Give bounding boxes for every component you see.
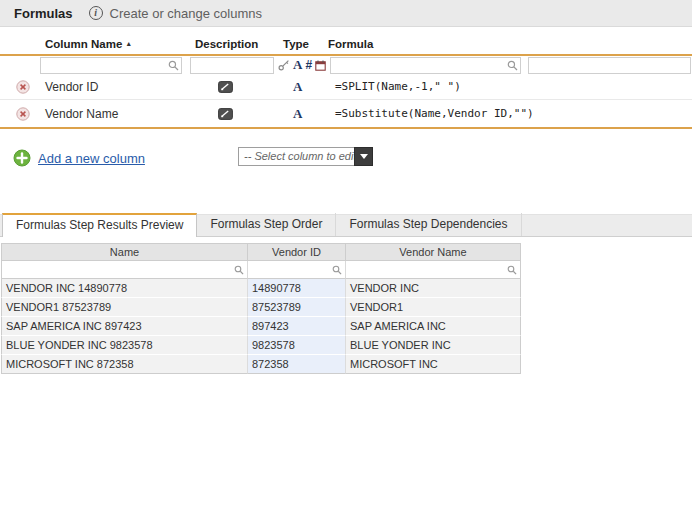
preview-filter-vendor-id	[248, 261, 346, 279]
preview-filter-vendor-id-input[interactable]	[248, 263, 332, 277]
formulas-panel: Formulas i Create or change columns Colu…	[0, 0, 692, 527]
table-cell: VENDOR INC 14890778	[1, 279, 248, 298]
header-bar: Formulas i Create or change columns	[0, 0, 692, 27]
table-cell: 9823578	[248, 336, 346, 355]
search-icon	[332, 265, 342, 275]
table-cell: SAP AMERICA INC	[346, 317, 521, 336]
select-column-value[interactable]: -- Select column to edit --	[238, 147, 354, 166]
table-cell: 87523789	[248, 298, 346, 317]
add-column-link[interactable]: Add a new column	[38, 151, 145, 166]
grid-top-accent-line	[0, 54, 692, 56]
column-header-type[interactable]: Type	[283, 38, 309, 50]
dropdown-button[interactable]	[354, 147, 373, 166]
table-cell: VENDOR INC	[346, 279, 521, 298]
preview-filter-name	[1, 261, 248, 279]
table-cell: SAP AMERICA INC 897423	[1, 317, 248, 336]
add-column-icon[interactable]	[13, 149, 31, 167]
column-header-formula[interactable]: Formula	[328, 38, 373, 50]
search-icon	[234, 265, 244, 275]
tab-step-dependencies[interactable]: Formulas Step Dependencies	[336, 213, 521, 236]
delete-row-icon[interactable]	[16, 80, 30, 94]
table-cell: VENDOR1 87523789	[1, 298, 248, 317]
table-cell: MICROSOFT INC	[346, 355, 521, 374]
info-icon: i	[89, 6, 103, 20]
tab-step-order[interactable]: Formulas Step Order	[197, 213, 336, 236]
extra-filter-input[interactable]	[529, 59, 690, 72]
column-header-description[interactable]: Description	[195, 38, 258, 50]
delete-row-icon[interactable]	[16, 107, 30, 121]
table-cell: BLUE YONDER INC 9823578	[1, 336, 248, 355]
preview-filter-vendor-name-input[interactable]	[346, 263, 507, 277]
table-row: BLUE YONDER INC 9823578 9823578 BLUE YON…	[1, 336, 521, 355]
type-cell[interactable]: A	[293, 101, 302, 127]
bottom-tab-strip: Formulas Step Results Preview Formulas S…	[0, 214, 692, 237]
search-icon	[507, 60, 518, 71]
header-subtitle: Create or change columns	[110, 6, 262, 21]
chevron-down-icon	[360, 154, 368, 159]
table-cell: 897423	[248, 317, 346, 336]
description-filter	[190, 57, 274, 74]
table-cell: 14890778	[248, 279, 346, 298]
preview-header-row: Name Vendor ID Vendor Name	[1, 243, 521, 261]
preview-filter-vendor-name	[346, 261, 521, 279]
tab-results-preview[interactable]: Formulas Step Results Preview	[2, 213, 197, 237]
column-name-filter	[40, 57, 182, 74]
type-filter-icons: A #	[278, 56, 326, 74]
formula-filter-input[interactable]	[331, 59, 507, 72]
search-icon	[507, 265, 517, 275]
table-cell: 872358	[248, 355, 346, 374]
extra-filter	[528, 57, 691, 74]
sort-asc-icon: ▲	[125, 40, 132, 47]
description-icon[interactable]	[218, 81, 233, 93]
number-type-filter-icon[interactable]: #	[305, 58, 312, 72]
preview-header-name: Name	[1, 243, 248, 261]
formula-row-vendor-name: Vendor Name A =Substitute(Name,Vendor ID…	[0, 101, 692, 127]
select-column-dropdown[interactable]: -- Select column to edit --	[238, 147, 373, 166]
formula-row-vendor-id: Vendor ID A =SPLIT(Name,-1," ")	[0, 74, 692, 100]
preview-header-vendor-id: Vendor ID	[248, 243, 346, 261]
grid-bottom-accent-line	[0, 127, 692, 129]
table-cell: BLUE YONDER INC	[346, 336, 521, 355]
search-icon	[168, 60, 179, 71]
column-header-name[interactable]: Column Name▲	[45, 38, 132, 50]
preview-header-vendor-name: Vendor Name	[346, 243, 521, 261]
formula-filter	[330, 57, 521, 74]
column-name-filter-input[interactable]	[41, 59, 168, 72]
text-type-filter-icon[interactable]: A	[293, 57, 302, 73]
calendar-icon[interactable]	[315, 60, 326, 71]
column-header-name-label: Column Name	[45, 38, 122, 50]
column-name-cell[interactable]: Vendor Name	[45, 101, 118, 127]
table-row: VENDOR1 87523789 87523789 VENDOR1	[1, 298, 521, 317]
page-title: Formulas	[14, 6, 73, 21]
preview-filter-name-input[interactable]	[2, 263, 234, 277]
results-preview-table: Name Vendor ID Vendor Name VENDOR INC 14…	[1, 243, 521, 374]
preview-filter-row	[1, 261, 521, 279]
formula-cell[interactable]: =SPLIT(Name,-1," ")	[335, 74, 461, 100]
description-icon[interactable]	[218, 108, 233, 120]
table-row: MICROSOFT INC 872358 872358 MICROSOFT IN…	[1, 355, 521, 374]
table-cell: VENDOR1	[346, 298, 521, 317]
key-icon[interactable]	[278, 59, 290, 71]
table-cell: MICROSOFT INC 872358	[1, 355, 248, 374]
column-name-cell[interactable]: Vendor ID	[45, 74, 98, 100]
description-filter-input[interactable]	[191, 59, 273, 72]
type-cell[interactable]: A	[293, 74, 302, 100]
formula-cell[interactable]: =Substitute(Name,Vendor ID,"")	[335, 101, 534, 127]
table-row: VENDOR INC 14890778 14890778 VENDOR INC	[1, 279, 521, 298]
table-row: SAP AMERICA INC 897423 897423 SAP AMERIC…	[1, 317, 521, 336]
